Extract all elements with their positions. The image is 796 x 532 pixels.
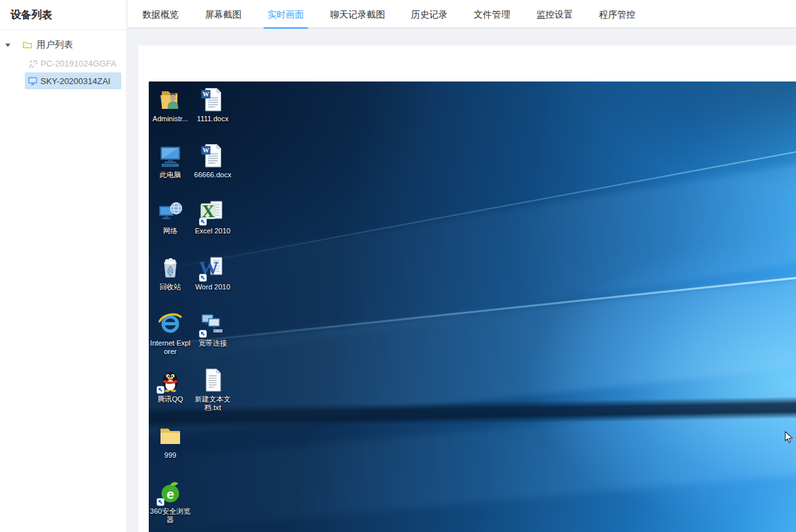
tree-node-label: 用户列表 xyxy=(37,39,73,51)
desktop-icon-label: 1111.docx xyxy=(192,115,234,123)
folder-icon xyxy=(157,423,183,449)
tab-screen-shots[interactable]: 屏幕截图 xyxy=(192,0,254,27)
tab-label: 文件管理 xyxy=(474,9,510,20)
recycle-bin-icon xyxy=(157,255,183,281)
desktop-icon-label: 回收站 xyxy=(149,283,191,291)
desktop-icon-360-browser[interactable]: e360安全浏览器 xyxy=(149,479,191,524)
wallpaper-beam-edge xyxy=(149,151,796,273)
wallpaper-beam xyxy=(149,160,796,368)
desktop-icon-label: 腾讯QQ xyxy=(149,395,191,404)
tabs: 数据概览屏幕截图实时画面聊天记录截图历史记录文件管理监控设置程序管控 xyxy=(129,0,649,27)
desktop-icon-administrator-folder[interactable]: Administr... xyxy=(149,87,191,123)
this-pc-icon xyxy=(157,143,183,169)
desktop-icon-excel-2010[interactable]: XExcel 2010 xyxy=(192,199,234,235)
device-tree: 用户列表 PC-20191024GGFASKY-20200314ZAI xyxy=(0,30,127,89)
device-list: PC-20191024GGFASKY-20200314ZAI xyxy=(0,55,127,89)
device-item-pc-20191024ggfa[interactable]: PC-20191024GGFA xyxy=(25,55,121,72)
tab-label: 实时画面 xyxy=(268,9,304,20)
excel-icon: X xyxy=(200,199,226,225)
wallpaper-dark-band xyxy=(149,396,796,429)
svg-text:e: e xyxy=(166,486,174,501)
tab-chat-record-shots[interactable]: 聊天记录截图 xyxy=(317,0,398,27)
tab-data-overview[interactable]: 数据概览 xyxy=(129,0,192,27)
desktop-icon-label: Internet Explorer xyxy=(149,339,191,356)
network-icon xyxy=(157,199,183,225)
ie-icon xyxy=(157,311,183,337)
desktop-icon-label: 新建文本文档.txt xyxy=(192,395,234,412)
monitor-icon xyxy=(28,76,37,85)
content-card: Administr...W1111.docx此电脑W66666.docx网络XE… xyxy=(138,46,796,532)
shortcut-arrow-icon xyxy=(157,386,164,394)
wallpaper-beam xyxy=(149,276,796,437)
desktop-icon-network[interactable]: 网络 xyxy=(149,199,191,235)
active-tab-underline xyxy=(264,27,308,29)
svg-text:W: W xyxy=(203,147,209,154)
qq-icon xyxy=(157,367,183,393)
desktop-icon-this-pc[interactable]: 此电脑 xyxy=(149,143,191,179)
desktop-icon-label: 360安全浏览器 xyxy=(149,507,191,524)
wallpaper-beam xyxy=(149,400,796,532)
tab-file-manager[interactable]: 文件管理 xyxy=(461,0,523,27)
desktop-icon-new-text-doc[interactable]: 新建文本文档.txt xyxy=(192,367,234,412)
desktop-icon-999-folder[interactable]: 999 xyxy=(149,423,191,460)
desktop-icon-label: 999 xyxy=(149,451,191,460)
content-area: Administr...W1111.docx此电脑W66666.docx网络XE… xyxy=(128,30,796,532)
tab-label: 历史记录 xyxy=(411,9,448,20)
desktop-icon-1111-docx[interactable]: W1111.docx xyxy=(192,87,234,123)
desktop-icon-label: 宽带连接 xyxy=(192,339,234,347)
shortcut-arrow-icon xyxy=(157,498,164,506)
caret-down-icon[interactable] xyxy=(5,42,11,48)
desktop-icon-label: 网络 xyxy=(149,227,191,235)
tab-program-control[interactable]: 程序管控 xyxy=(586,0,649,27)
wallpaper-beam-edge xyxy=(149,276,796,347)
desktop-icon-broadband-connection[interactable]: 宽带连接 xyxy=(192,311,234,347)
device-label: SKY-20200314ZAI xyxy=(40,76,110,86)
device-item-sky-20200314zai[interactable]: SKY-20200314ZAI xyxy=(25,72,121,89)
remote-desktop-view[interactable]: Administr...W1111.docx此电脑W66666.docx网络XE… xyxy=(149,81,796,532)
shortcut-arrow-icon xyxy=(199,274,207,282)
desktop-icon-label: 66666.docx xyxy=(192,171,234,179)
tab-history[interactable]: 历史记录 xyxy=(398,0,461,27)
folder-icon xyxy=(22,40,33,50)
tab-live-screen[interactable]: 实时画面 xyxy=(254,0,317,27)
tab-bar: 数据概览屏幕截图实时画面聊天记录截图历史记录文件管理监控设置程序管控 xyxy=(128,0,796,29)
sidebar-header: 设备列表 xyxy=(0,0,127,30)
word-doc-icon: W xyxy=(200,87,226,113)
user-folder-icon xyxy=(157,87,183,113)
desktop-icon-recycle-bin[interactable]: 回收站 xyxy=(149,255,191,291)
svg-text:W: W xyxy=(203,91,209,98)
tab-label: 屏幕截图 xyxy=(205,9,241,20)
sidebar: 设备列表 用户列表 PC-20191024GGFASKY-20200314ZAI xyxy=(0,0,127,532)
tab-label: 聊天记录截图 xyxy=(330,9,385,20)
sidebar-title: 设备列表 xyxy=(10,9,52,20)
broadband-icon xyxy=(200,311,226,337)
text-doc-icon xyxy=(200,367,226,393)
desktop-icon-label: Word 2010 xyxy=(192,283,234,291)
tab-label: 数据概览 xyxy=(142,9,179,20)
desktop-icon-66666-docx[interactable]: W66666.docx xyxy=(192,143,234,179)
unlink-icon xyxy=(28,59,37,68)
shortcut-arrow-icon xyxy=(199,330,207,338)
desktop-icon-label: 此电脑 xyxy=(149,171,191,179)
tab-label: 监控设置 xyxy=(536,9,573,20)
desktop-icon-tencent-qq[interactable]: 腾讯QQ xyxy=(149,367,191,404)
word-doc-icon: W xyxy=(200,143,226,169)
main-area: 数据概览屏幕截图实时画面聊天记录截图历史记录文件管理监控设置程序管控 Admin… xyxy=(128,0,796,532)
shortcut-arrow-icon xyxy=(199,218,207,226)
tree-node-user-list[interactable]: 用户列表 xyxy=(0,36,127,54)
desktop-icon-label: Excel 2010 xyxy=(192,227,234,235)
desktop-icon-internet-explorer[interactable]: Internet Explorer xyxy=(149,311,191,356)
mouse-cursor-icon xyxy=(784,431,793,447)
desktop-icon-word-2010[interactable]: WWord 2010 xyxy=(192,255,234,291)
device-label: PC-20191024GGFA xyxy=(40,59,116,68)
browser-360-icon: e xyxy=(157,479,183,505)
word-icon: W xyxy=(200,255,226,281)
tab-monitor-settings[interactable]: 监控设置 xyxy=(523,0,586,27)
tab-label: 程序管控 xyxy=(599,9,635,20)
desktop-icon-label: Administr... xyxy=(149,115,191,123)
app-root: 设备列表 用户列表 PC-20191024GGFASKY-20200314ZAI… xyxy=(0,0,796,532)
